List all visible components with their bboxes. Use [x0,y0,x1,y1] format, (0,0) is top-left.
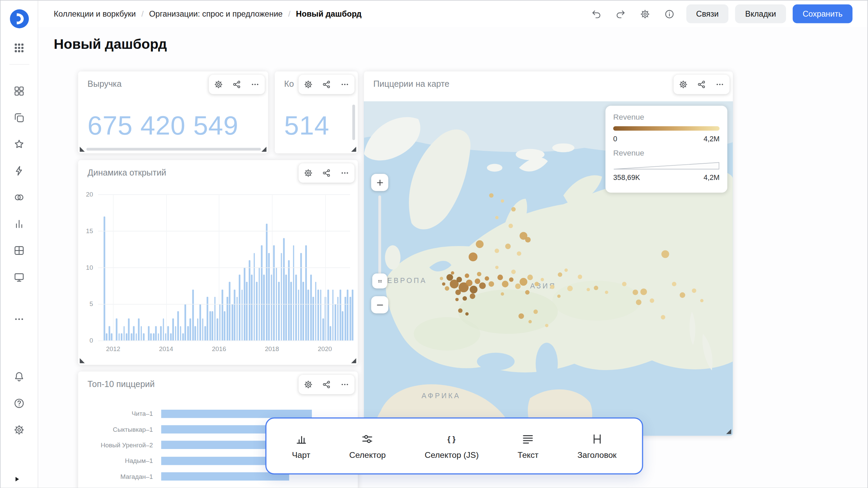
map-point[interactable] [545,324,549,327]
apps-grid-icon[interactable] [8,37,30,59]
map-point[interactable] [565,268,568,272]
map-point[interactable] [455,298,459,301]
map-point[interactable] [527,274,533,280]
sidebar-item-more[interactable] [8,308,30,330]
resize-handle-br[interactable] [726,429,731,434]
datalens-logo[interactable] [8,8,29,29]
widget-counter[interactable]: Ко 514 [275,72,358,154]
map-point[interactable] [692,288,696,293]
map-point[interactable] [567,286,573,291]
map-point[interactable] [476,240,484,248]
save-button[interactable]: Сохранить [793,4,853,23]
widget-map[interactable]: Пиццерии на карте [364,72,733,436]
map-point[interactable] [445,286,449,291]
add-heading-button[interactable]: Заголовок [577,432,616,460]
map-point[interactable] [633,289,638,295]
sidebar-item-monitoring[interactable] [8,266,30,288]
add-chart-button[interactable]: Чарт [292,432,310,460]
resize-handle-br[interactable] [351,147,356,152]
map-point[interactable] [558,272,562,277]
widget-links-button[interactable] [317,164,336,182]
map-point[interactable] [578,274,582,279]
sidebar-item-charts[interactable] [8,212,30,235]
map-point[interactable] [533,309,538,314]
widget-menu-button[interactable] [336,375,354,394]
map-point[interactable] [479,282,486,289]
map-point[interactable] [509,224,513,228]
widget-revenue[interactable]: Выручка 675 420 549 [78,72,268,154]
widget-links-button[interactable] [317,75,336,94]
resize-handle-bl[interactable] [80,147,85,152]
tabs-button[interactable]: Вкладки [735,4,786,23]
map-point[interactable] [511,270,516,274]
map-point[interactable] [470,286,477,293]
widget-settings-button[interactable] [299,375,317,394]
map-point[interactable] [680,292,685,298]
add-selector-js-button[interactable]: { } Селектор (JS) [425,432,478,460]
add-selector-button[interactable]: Селектор [349,432,386,460]
map-point[interactable] [469,252,477,261]
vertical-scrollbar[interactable] [352,105,355,140]
map-point[interactable] [650,299,654,303]
map-point[interactable] [550,285,554,289]
info-button[interactable] [659,4,679,24]
map-point[interactable] [515,283,520,289]
map-point[interactable] [495,216,499,219]
map-point[interactable] [489,193,494,198]
undo-button[interactable] [587,4,607,24]
widget-settings-button[interactable] [210,75,228,94]
map-point[interactable] [509,277,513,282]
map-point[interactable] [557,294,561,298]
resize-handle-bl[interactable] [80,358,85,363]
map-point[interactable] [594,286,598,290]
map-point[interactable] [517,251,521,256]
map-point[interactable] [485,276,489,281]
widget-links-button[interactable] [317,375,336,394]
widget-menu-button[interactable] [711,75,729,94]
help-button[interactable] [8,392,30,414]
map-point[interactable] [440,277,443,280]
zoom-in-button[interactable] [371,174,389,191]
sidebar-item-tables[interactable] [8,239,30,261]
map-point[interactable] [587,288,590,291]
map-point[interactable] [456,277,462,282]
map-point[interactable] [475,279,480,284]
map-point[interactable] [502,281,509,287]
map-point[interactable] [505,244,511,249]
map-point[interactable] [458,308,462,313]
resize-handle-br[interactable] [351,358,356,363]
breadcrumb-item[interactable]: Коллекции и воркбуки [54,9,136,18]
widget-settings-button[interactable] [299,164,317,182]
zoom-out-button[interactable] [371,296,389,313]
zoom-drag-handle[interactable] [372,273,387,288]
collapse-sidebar-button[interactable] [13,475,21,484]
map-point[interactable] [470,293,475,299]
map-point[interactable] [700,299,704,302]
map-point[interactable] [465,273,469,278]
add-text-button[interactable]: Текст [518,432,539,460]
map-point[interactable] [525,290,530,294]
map-point[interactable] [518,313,524,319]
map-point[interactable] [495,266,499,269]
map-point[interactable] [442,282,446,286]
map-point[interactable] [535,282,539,286]
breadcrumb-item[interactable]: Организации: спрос и предложение [149,9,283,18]
sidebar-item-workbooks[interactable] [8,106,30,128]
sidebar-item-datasets[interactable] [8,186,30,208]
horizontal-scrollbar[interactable] [86,148,261,150]
notifications-button[interactable] [8,365,30,387]
map-point[interactable] [519,278,527,286]
map-point[interactable] [465,312,469,316]
map-point[interactable] [672,282,676,286]
map-point[interactable] [636,300,641,305]
map-point[interactable] [477,272,481,276]
sidebar-item-favorites[interactable] [8,133,30,155]
map-point[interactable] [462,296,467,301]
redo-button[interactable] [611,4,631,24]
sidebar-item-collections[interactable] [8,80,30,102]
map-point[interactable] [529,320,532,323]
relations-button[interactable]: Связи [686,4,729,23]
map-view[interactable]: ЕВРОПА АЗИЯ АФРИКА Revenue 0 4,2М Revenu… [364,101,733,436]
map-point[interactable] [605,291,608,294]
map-point[interactable] [662,250,669,258]
